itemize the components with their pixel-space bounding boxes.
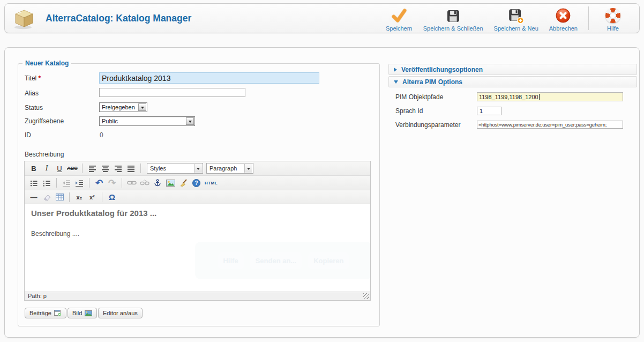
image-button-icon (85, 310, 92, 316)
select-arrow-icon (244, 164, 252, 173)
sprach-id-label: Sprach Id (395, 107, 423, 115)
editor-help-icon[interactable]: ? (190, 177, 202, 189)
select-arrow-icon (194, 164, 202, 173)
slider-veroeffentlichungsoptionen[interactable]: Veröffentlichungsoptionen (388, 64, 637, 75)
bullet-list-icon[interactable] (28, 177, 40, 189)
bold-icon[interactable]: B (28, 162, 40, 174)
unlink-icon[interactable] (139, 177, 151, 189)
align-justify-icon[interactable] (125, 162, 137, 174)
cancel-x-icon (555, 7, 571, 24)
wysiwyg-editor: B I U ABC Styles (24, 161, 371, 301)
special-char-icon[interactable]: Ω (106, 191, 118, 203)
zugriffsebene-select[interactable]: Public (99, 116, 195, 126)
fieldset-legend: Neuer Katalog (23, 60, 71, 67)
insert-link-icon[interactable] (126, 177, 138, 189)
subscript-icon[interactable]: x₂ (73, 191, 85, 203)
verbindungsparameter-input[interactable] (477, 121, 623, 129)
cancel-button[interactable]: Abbrechen (544, 5, 583, 32)
required-asterisk: * (39, 75, 41, 82)
zugriffsebene-label: Zugriffsebene (25, 117, 64, 125)
pim-objektpfade-label: PIM Objektpfade (395, 93, 443, 101)
indent-icon[interactable] (73, 177, 85, 189)
svg-text:?: ? (194, 180, 198, 186)
beitraege-button[interactable]: Beiträge (25, 308, 66, 318)
styles-select[interactable]: Styles (147, 163, 203, 174)
select-arrow-icon (186, 117, 194, 125)
undo-icon[interactable]: ↶ (93, 177, 105, 189)
ghost-overlay: Hilfe Senden an... Kopieren (195, 242, 370, 279)
editor-toggle-button[interactable]: Editor an/aus (98, 308, 143, 318)
editor-toolbar-row2: ↶ ↷ ? (25, 176, 370, 190)
horizontal-rule-icon[interactable]: — (28, 191, 40, 203)
floppy-icon (446, 7, 460, 24)
chevron-right-icon (394, 68, 397, 72)
cleanup-icon[interactable] (177, 177, 189, 189)
editor-toolbar-row1: B I U ABC Styles (25, 161, 370, 176)
underline-icon[interactable]: U (54, 162, 65, 174)
status-select[interactable]: Freigegeben (99, 102, 147, 112)
titel-input[interactable] (99, 72, 319, 84)
insert-table-icon[interactable] (54, 191, 65, 203)
anchor-icon[interactable] (152, 177, 163, 189)
redo-icon[interactable]: ↷ (106, 177, 118, 189)
status-label: Status (25, 104, 43, 111)
outdent-icon[interactable] (61, 177, 72, 189)
paragraph-format-select[interactable]: Paragraph (206, 163, 253, 174)
alias-input[interactable] (99, 88, 245, 97)
select-arrow-icon (138, 103, 146, 111)
editor-toolbar-row3: — x₂ x² Ω (25, 190, 370, 204)
ghost-send-button: Senden an... (250, 252, 302, 269)
path-status: Path: p (28, 293, 47, 299)
editor-content-area[interactable]: Unser Produktkatalog für 2013 ... Beschr… (25, 204, 370, 292)
main-panel: Neuer Katalog Titel * Alias Status Freig… (4, 47, 640, 338)
slider-alterra-pim-options[interactable]: Alterra PIM Options (388, 76, 637, 87)
floppy-plus-icon (508, 7, 524, 24)
save-close-button[interactable]: Speichern & Schließen (418, 5, 489, 32)
editor-status-bar: Path: p (25, 292, 370, 300)
save-button[interactable]: Speichern (380, 5, 418, 32)
ghost-copy-button: Kopieren (308, 252, 349, 269)
text-caret (539, 94, 540, 100)
save-new-button[interactable]: Speichern & Neu (489, 5, 544, 32)
resize-grip[interactable] (363, 293, 369, 299)
align-right-icon[interactable] (112, 162, 124, 174)
titel-label: Titel * (25, 75, 41, 82)
page-title: AlterraCatalog: Katalog Manager (46, 13, 191, 24)
pim-objektpfade-input[interactable]: 1198_1199,1198_1200 (477, 92, 623, 101)
bild-button[interactable]: Bild (68, 308, 97, 318)
numbered-list-icon[interactable] (41, 177, 53, 189)
ghost-help-button: Hilfe (218, 252, 243, 269)
insert-image-icon[interactable] (164, 177, 176, 189)
content-heading: Unser Produktkatalog für 2013 ... (31, 209, 156, 218)
lifebuoy-icon (605, 7, 620, 24)
sprach-id-input[interactable] (477, 107, 501, 115)
content-body-text: Beschreibung .... (31, 230, 79, 237)
neuer-katalog-fieldset: Neuer Katalog Titel * Alias Status Freig… (18, 63, 380, 326)
toolbar-divider (588, 6, 589, 30)
article-add-icon (54, 310, 62, 316)
verbindungsparameter-label: Verbindungsparameter (395, 121, 460, 129)
header-bar: AlterraCatalog: Katalog Manager Speicher… (4, 3, 640, 33)
alias-label: Alias (25, 90, 39, 97)
eraser-icon[interactable] (41, 191, 53, 203)
id-label: ID (25, 131, 31, 139)
strikethrough-icon[interactable]: ABC (66, 162, 78, 174)
help-button[interactable]: Hilfe (594, 5, 632, 32)
align-left-icon[interactable] (86, 162, 98, 174)
italic-icon[interactable]: I (41, 162, 53, 174)
top-toolbar: Speichern Speichern & Schließen (380, 5, 639, 32)
superscript-icon[interactable]: x² (86, 191, 98, 203)
beschreibung-label: Beschreibung (25, 151, 64, 158)
check-icon (391, 7, 407, 24)
id-value: 0 (100, 131, 103, 139)
chevron-down-icon (394, 80, 398, 84)
html-source-icon[interactable]: HTML (203, 177, 219, 189)
align-center-icon[interactable] (99, 162, 111, 174)
catalog-box-icon (12, 6, 36, 30)
